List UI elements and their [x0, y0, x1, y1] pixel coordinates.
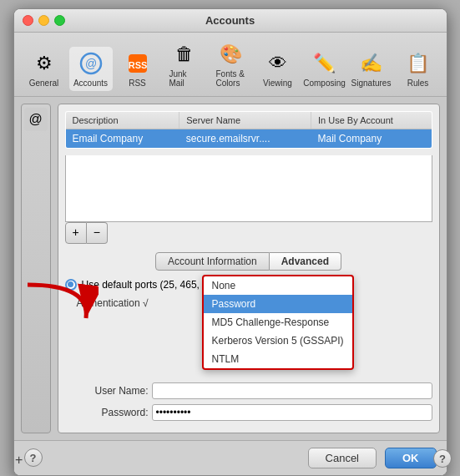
accounts-table: Description Server Name In Use By Accoun… — [65, 111, 432, 149]
outer-help-button[interactable]: ? — [433, 449, 452, 468]
svg-text:@: @ — [84, 57, 96, 70]
cell-in-use: Mail Company — [311, 129, 432, 149]
minimize-button[interactable] — [38, 15, 49, 26]
authentication-row: Authentication √ None Password MD5 Chall… — [65, 297, 432, 309]
dropdown-item-md5[interactable]: MD5 Challenge-Response — [204, 313, 352, 332]
tab-bar: Account Information Advanced — [65, 252, 432, 271]
dropdown-item-none[interactable]: None — [204, 276, 352, 295]
toolbar: ⚙ General @ Accounts RSS RSS 🗑 Ju — [14, 33, 447, 97]
traffic-lights — [23, 15, 65, 26]
dropdown-item-kerberos[interactable]: Kerberos Version 5 (GSSAPI) — [204, 332, 352, 350]
authentication-section: Authentication √ None Password MD5 Chall… — [65, 297, 432, 309]
help-button[interactable]: ? — [24, 448, 43, 467]
default-ports-radio[interactable] — [65, 279, 77, 291]
toolbar-item-rules[interactable]: 📋 Rules — [397, 47, 440, 91]
dialog-buttons: Cancel OK — [308, 448, 437, 468]
signatures-label: Signatures — [351, 78, 392, 88]
ok-button[interactable]: OK — [385, 448, 437, 468]
password-label: Password: — [65, 407, 149, 418]
junk-mail-label: Junk Mail — [169, 69, 200, 88]
sidebar-account-icon[interactable]: @ — [24, 108, 48, 131]
username-row: User Name: — [65, 382, 432, 399]
general-icon: ⚙ — [31, 50, 58, 77]
accounts-label: Accounts — [73, 78, 108, 88]
tab-account-information[interactable]: Account Information — [155, 252, 270, 271]
password-input[interactable] — [152, 404, 432, 421]
cell-description: Email Company — [65, 129, 179, 149]
composing-icon: ✏️ — [311, 50, 338, 77]
titlebar: Accounts — [14, 9, 447, 33]
tab-advanced[interactable]: Advanced — [270, 252, 341, 271]
dropdown-item-password[interactable]: Password — [204, 295, 352, 313]
rss-icon: RSS — [124, 50, 151, 77]
composing-label: Composing — [303, 78, 346, 88]
username-label: User Name: — [65, 385, 149, 397]
dropdown-menu[interactable]: None Password MD5 Challenge-Response Ker… — [202, 275, 354, 370]
table-controls: + − — [65, 222, 432, 244]
viewing-icon: 👁 — [265, 50, 291, 77]
signatures-icon: ✍️ — [358, 50, 385, 77]
toolbar-item-viewing[interactable]: 👁 Viewing — [256, 47, 300, 91]
toolbar-item-composing[interactable]: ✏️ Composing — [303, 47, 346, 91]
outer-add-button[interactable]: + — [15, 453, 23, 468]
password-row: Password: — [65, 404, 432, 421]
rss-label: RSS — [129, 78, 146, 88]
remove-account-button[interactable]: − — [87, 222, 108, 244]
accounts-window: Accounts ⚙ General @ Accounts RSS R — [13, 8, 447, 476]
dropdown-item-ntlm[interactable]: NTLM — [204, 350, 352, 368]
table-spacer — [65, 155, 432, 222]
fonts-colors-icon: 🎨 — [218, 41, 245, 68]
col-server-name: Server Name — [179, 112, 311, 129]
viewing-label: Viewing — [263, 78, 292, 88]
main-panel: Description Server Name In Use By Accoun… — [58, 104, 440, 433]
bottom-bar: ? Cancel OK — [14, 440, 447, 475]
toolbar-item-accounts[interactable]: @ Accounts — [69, 47, 113, 91]
username-input[interactable] — [152, 382, 432, 399]
toolbar-item-fonts-colors[interactable]: 🎨 Fonts & Colors — [210, 38, 253, 91]
junk-mail-icon: 🗑 — [171, 41, 198, 68]
window-title: Accounts — [205, 14, 255, 27]
close-button[interactable] — [23, 15, 33, 26]
rules-icon: 📋 — [405, 50, 432, 77]
toolbar-item-junk-mail[interactable]: 🗑 Junk Mail — [163, 38, 206, 91]
table-row[interactable]: Email Company secure.emailsrvr.... Mail … — [65, 129, 432, 149]
cell-server: secure.emailsrvr.... — [179, 129, 311, 149]
fonts-colors-label: Fonts & Colors — [216, 69, 246, 88]
add-account-button[interactable]: + — [65, 222, 87, 244]
toolbar-item-general[interactable]: ⚙ General — [23, 47, 66, 91]
col-description: Description — [65, 112, 179, 129]
toolbar-item-rss[interactable]: RSS RSS — [116, 47, 159, 91]
sidebar: @ — [21, 104, 51, 433]
toolbar-item-signatures[interactable]: ✍️ Signatures — [350, 47, 393, 91]
zoom-button[interactable] — [54, 15, 65, 26]
svg-text:RSS: RSS — [128, 60, 147, 70]
rules-label: Rules — [407, 78, 429, 88]
cancel-button[interactable]: Cancel — [308, 448, 377, 468]
col-in-use: In Use By Account — [311, 112, 432, 129]
general-label: General — [29, 78, 59, 88]
authentication-label: Authentication √ — [65, 297, 149, 309]
accounts-icon: @ — [78, 50, 104, 77]
content-area: @ Description Server Name In Use By Acco… — [14, 97, 447, 440]
default-ports-label: Use default ports (25, 465, 587) — [82, 279, 223, 291]
